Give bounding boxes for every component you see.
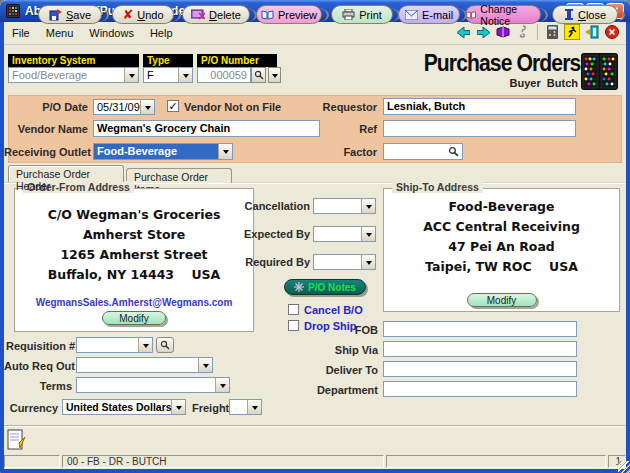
order-from-line4: Buffalo, NY 14443 USA: [15, 267, 253, 282]
dropdown-arrow-icon[interactable]: [124, 68, 138, 82]
order-from-modify-button[interactable]: Modify: [102, 311, 166, 325]
ship-via-field[interactable]: [383, 341, 577, 357]
factor-search-button[interactable]: [446, 144, 461, 159]
delete-button[interactable]: Delete: [182, 5, 250, 24]
change-notice-button[interactable]: Change Notice: [465, 5, 541, 24]
menu-file[interactable]: File: [4, 24, 38, 42]
inventory-system-combo[interactable]: Food/Beverage: [8, 67, 139, 83]
save-button[interactable]: Save: [38, 5, 102, 24]
dropdown-arrow-icon[interactable]: [218, 144, 232, 159]
vendor-name-field[interactable]: Wegman's Grocery Chain: [93, 120, 320, 137]
calculator-icon[interactable]: [544, 24, 560, 40]
email-button[interactable]: E-mail: [398, 5, 460, 24]
dropdown-arrow-icon[interactable]: [138, 338, 152, 352]
expected-by-label: Expected By: [232, 228, 310, 240]
printer-icon: [342, 9, 355, 20]
undo-button[interactable]: ✘ Undo: [112, 5, 174, 24]
ship-to-modify-button[interactable]: Modify: [467, 293, 537, 307]
department-label: Department: [300, 384, 378, 396]
type-combo[interactable]: F: [143, 67, 193, 83]
menu-help[interactable]: Help: [142, 24, 181, 42]
receiving-outlet-label: Receiving Outlet: [4, 146, 88, 158]
dropdown-arrow-icon[interactable]: [198, 358, 212, 372]
menu-menu[interactable]: Menu: [38, 24, 82, 42]
vendor-not-on-file-label: Vendor Not on File: [184, 101, 281, 113]
required-by-label: Required By: [232, 256, 310, 268]
snowflake-icon: [294, 282, 304, 292]
dropdown-arrow-icon[interactable]: [171, 400, 185, 414]
cancel-bo-checkbox[interactable]: [288, 304, 299, 315]
window-border-right: [626, 22, 630, 473]
cancel-bo-label: Cancel B/O: [304, 304, 363, 316]
dropdown-arrow-icon[interactable]: [361, 255, 375, 269]
drop-ship-checkbox[interactable]: [288, 320, 299, 331]
abacus-logo-icon: [581, 53, 618, 90]
po-date-combo[interactable]: 05/31/09: [93, 99, 155, 115]
order-from-email-link[interactable]: WegmansSales.Amherst@Wegmans.com: [15, 297, 253, 308]
email-icon: [405, 10, 418, 20]
buyer-label: Buyer: [510, 77, 541, 89]
order-from-line2: Amherst Store: [15, 227, 253, 242]
requisition-search-button[interactable]: [156, 337, 174, 353]
terms-combo[interactable]: [76, 377, 230, 393]
run-icon[interactable]: [564, 24, 580, 40]
dropdown-arrow-icon[interactable]: [178, 68, 192, 82]
vendor-not-on-file-checkbox[interactable]: ✓: [167, 100, 179, 112]
currency-combo[interactable]: United States Dollars: [62, 399, 186, 415]
dropdown-arrow-icon[interactable]: [361, 199, 375, 213]
menu-windows[interactable]: Windows: [81, 24, 142, 42]
ref-label: Ref: [300, 123, 377, 135]
ship-to-line4: Taipei, TW ROC USA: [384, 259, 619, 274]
save-icon: [49, 9, 62, 21]
delete-icon: [191, 9, 205, 20]
exit-door-icon[interactable]: [584, 24, 600, 40]
fob-field[interactable]: [383, 321, 577, 337]
deliver-to-label: Deliver To: [300, 364, 378, 376]
po-number-field[interactable]: 000059: [197, 67, 251, 83]
buyer-name: Butch: [547, 77, 578, 89]
receiving-outlet-combo[interactable]: Food-Beverage: [93, 143, 233, 160]
freight-combo[interactable]: [229, 399, 262, 415]
preview-button[interactable]: Preview: [256, 5, 322, 24]
cancellation-combo[interactable]: [313, 198, 376, 214]
deliver-to-field[interactable]: [383, 361, 577, 377]
cancellation-label: Cancellation: [232, 200, 310, 212]
app-logo-icon: [5, 3, 21, 19]
auto-req-out-combo[interactable]: [76, 357, 213, 373]
print-button[interactable]: Print: [331, 5, 393, 24]
tab-purchase-order-items[interactable]: Purchase Order Items: [126, 168, 232, 183]
vendor-name-label: Vendor Name: [14, 123, 88, 135]
department-field[interactable]: [383, 381, 577, 397]
ref-field[interactable]: [383, 120, 576, 137]
order-from-address-box: Order-From Address C/O Wegman's Grocerie…: [14, 188, 254, 332]
resize-grip[interactable]: [618, 461, 630, 473]
po-date-label: P/O Date: [20, 101, 88, 113]
freight-label: Freight: [192, 402, 229, 414]
po-number-search-button[interactable]: [251, 67, 266, 83]
required-by-combo[interactable]: [313, 254, 376, 270]
app-window: Abacus 21 - [Purchase Order Entry] _ ❐ ✕…: [0, 0, 630, 473]
expected-by-combo[interactable]: [313, 226, 376, 242]
ship-to-address-box: Ship-To Address Food-Beverage ACC Centra…: [383, 188, 620, 312]
exit-icon: [564, 9, 574, 21]
type-label: Type: [143, 54, 193, 67]
requestor-label: Requestor: [300, 101, 377, 113]
window-border-left: [0, 22, 4, 473]
dropdown-arrow-icon[interactable]: [140, 100, 154, 114]
magnifier-icon: [254, 70, 264, 80]
dropdown-arrow-icon[interactable]: [361, 227, 375, 241]
dropdown-arrow-icon[interactable]: [215, 378, 229, 392]
close-app-icon[interactable]: [604, 24, 620, 40]
back-arrow-icon[interactable]: [455, 24, 471, 40]
close-button[interactable]: Close: [552, 5, 618, 24]
dropdown-arrow-icon[interactable]: [247, 400, 261, 414]
requisition-label: Requisition #: [6, 340, 72, 352]
auto-req-out-label: Auto Req Out: [4, 360, 72, 372]
po-number-dropdown-button[interactable]: [268, 67, 281, 83]
po-notes-button[interactable]: P/O Notes: [284, 279, 366, 295]
requestor-field[interactable]: Lesniak, Butch: [383, 98, 576, 115]
notes-edit-icon[interactable]: [7, 429, 27, 451]
requisition-combo[interactable]: [76, 337, 153, 353]
status-cell-left: [4, 455, 60, 468]
tab-purchase-order-header[interactable]: Purchase Order Header: [8, 165, 124, 182]
